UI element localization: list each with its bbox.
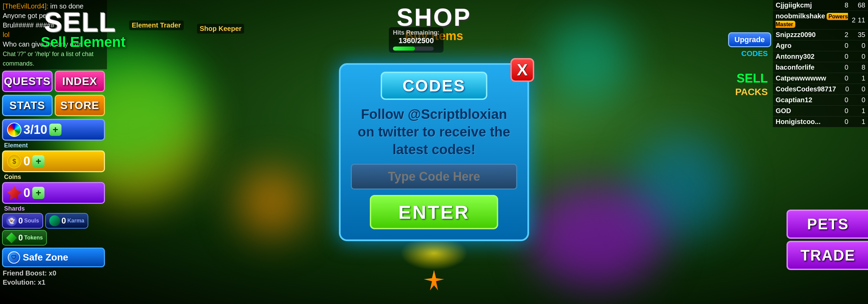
close-button[interactable]: X (510, 58, 534, 82)
codes-modal-overlay: CODES Follow @Scriptbloxian on twitter t… (0, 0, 868, 304)
codes-description: Follow @Scriptbloxian on twitter to rece… (351, 105, 517, 158)
codes-top-button[interactable]: CODES (381, 72, 487, 100)
enter-button[interactable]: ENTER (370, 195, 498, 229)
code-input[interactable] (351, 164, 517, 190)
codes-modal: CODES Follow @Scriptbloxian on twitter t… (339, 63, 529, 241)
